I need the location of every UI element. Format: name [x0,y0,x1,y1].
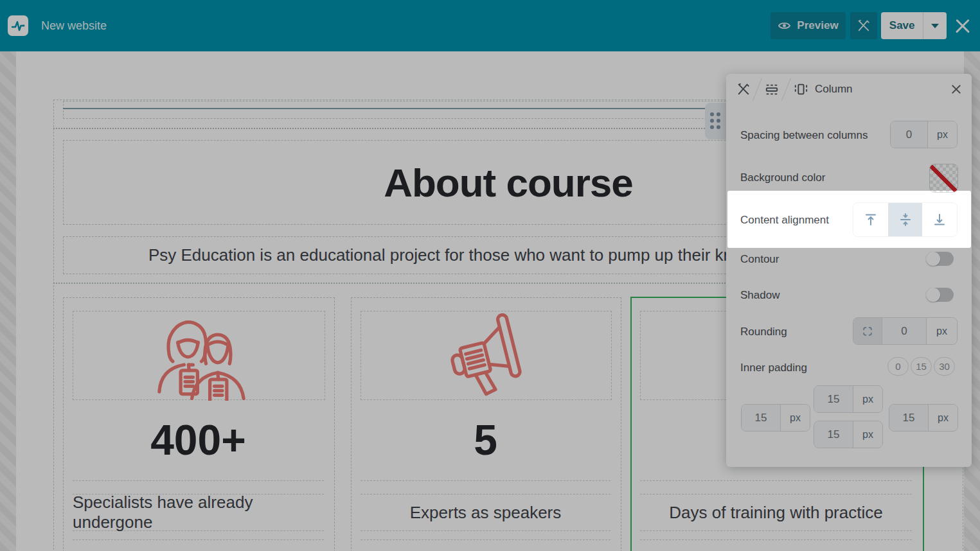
rounding-input[interactable]: 0 px [853,317,958,345]
editor-window: About course Psy Education is an educati… [0,0,980,551]
rounding-label: Rounding [740,326,787,338]
panel-close-button[interactable] [951,84,961,94]
stat-number: 5 [474,415,497,464]
align-top-icon [864,213,878,227]
icon-block[interactable] [361,311,612,400]
project-title: New website [41,0,107,51]
design-icon[interactable] [736,82,751,96]
stat-caption: Specialists have already undergone [73,493,324,532]
caption-block[interactable]: Specialists have already undergone [73,494,324,531]
crossed-pencils-icon [857,19,871,33]
rounding-unit: px [926,318,957,344]
corners-icon [861,325,874,338]
column-1[interactable]: 400+ Specialists have already undergone [63,297,335,551]
close-icon [954,17,972,35]
corner-select-button[interactable] [853,318,882,344]
background-color-swatch[interactable] [929,164,958,193]
number-block[interactable]: 5 [361,399,610,480]
row-icon[interactable] [764,82,780,96]
preview-button[interactable]: Preview [771,12,846,39]
icon-block[interactable] [73,311,325,400]
chevron-down-icon [931,24,939,28]
close-editor-button[interactable] [954,17,972,35]
caption-block[interactable]: Days of training with practice [640,494,912,531]
column-settings-panel: Column Spacing between columns 0 px Back… [726,74,972,467]
breadcrumb-separator [781,78,791,101]
padding-right-value[interactable]: 15 [889,405,928,431]
save-button[interactable]: Save [881,12,923,39]
pulse-logo-icon [10,18,26,33]
block-separator [73,480,324,481]
panel-breadcrumb: Column [726,74,972,105]
shadow-toggle[interactable] [926,288,954,302]
page-heading: About course [384,160,633,206]
preview-label: Preview [797,19,838,32]
stat-number: 400+ [150,415,246,464]
save-button-group: Save [881,12,947,39]
padding-left-value[interactable]: 15 [742,405,780,431]
align-bottom-icon [932,213,947,227]
block-separator [640,480,912,481]
save-options-button[interactable] [923,12,947,39]
inner-padding-label: Inner padding [740,362,807,374]
padding-right-unit: px [928,405,958,431]
padding-left-unit: px [780,405,810,431]
align-top-button[interactable] [853,203,888,236]
padding-top-value[interactable]: 15 [814,386,853,412]
padding-top-input[interactable]: 15 px [814,385,883,413]
padding-left-input[interactable]: 15 px [741,404,810,432]
align-bottom-button[interactable] [922,203,957,236]
padding-presets: 0 15 30 [887,357,955,376]
design-tools-button[interactable] [850,12,877,39]
stat-caption: Experts as speakers [410,503,562,523]
toggle-knob [926,288,940,302]
align-middle-icon [898,213,913,227]
block-separator [640,539,912,540]
number-block[interactable]: 400+ [73,399,324,480]
megaphone-icon [438,311,535,401]
toggle-knob [926,252,940,266]
padding-right-input[interactable]: 15 px [889,404,958,432]
contour-label: Contour [740,253,779,266]
padding-preset-15[interactable]: 15 [911,357,932,376]
stat-caption: Days of training with practice [669,503,882,523]
people-icon [151,311,247,401]
spacing-input[interactable]: 0 px [890,121,958,148]
contour-toggle[interactable] [926,252,954,266]
padding-preset-30[interactable]: 30 [934,357,955,376]
caption-block[interactable]: Experts as speakers [361,494,610,531]
padding-preset-0[interactable]: 0 [887,357,909,376]
content-alignment-label: Content alignment [740,214,829,227]
padding-bottom-unit: px [853,421,882,448]
block-separator [361,539,610,540]
eye-icon [778,21,791,31]
column-2[interactable]: 5 Experts as speakers [351,297,621,551]
column-icon[interactable] [793,82,808,96]
spacing-label: Spacing between columns [740,129,868,142]
breadcrumb-separator [753,78,762,101]
padding-bottom-input[interactable]: 15 px [814,421,883,448]
content-alignment-group [853,202,958,237]
app-logo[interactable] [8,15,28,36]
spacing-unit: px [927,121,957,148]
padding-top-unit: px [853,386,882,412]
rounding-value[interactable]: 0 [882,318,926,344]
drag-dots-icon [710,112,721,130]
block-separator [361,480,610,481]
padding-bottom-value[interactable]: 15 [814,421,853,448]
panel-title: Column [815,83,853,96]
background-color-label: Background color [740,171,825,184]
spacing-value[interactable]: 0 [891,121,927,148]
shadow-label: Shadow [740,289,780,302]
editor-topbar: New website Preview Save [0,0,980,51]
align-middle-button[interactable] [888,203,923,236]
block-separator [73,539,324,540]
